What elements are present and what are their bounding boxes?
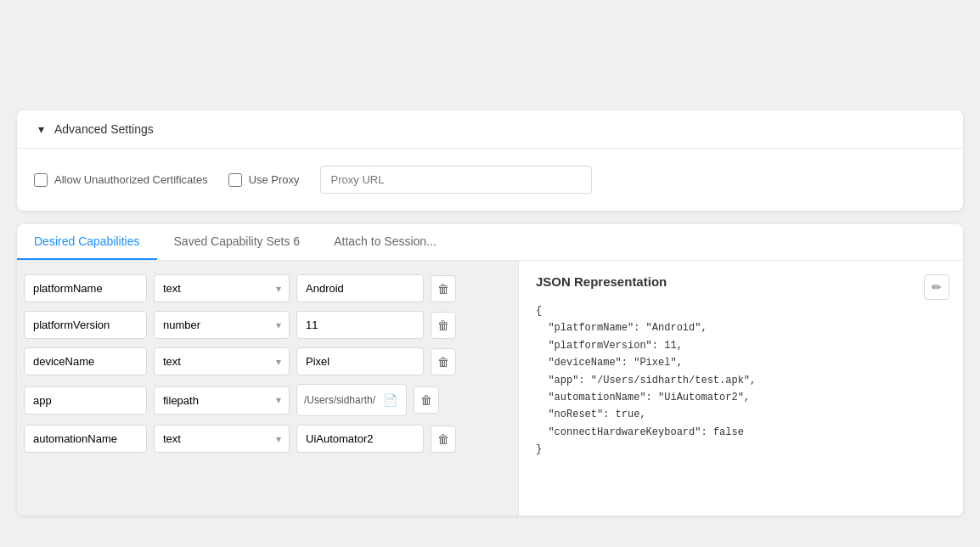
content-wrapper: Desired Capabilities Saved Capability Se…: [17, 224, 963, 516]
cap-type-wrapper: text number boolean filepath object: [154, 311, 290, 339]
tab-attach-to-session[interactable]: Attach to Session...: [317, 224, 453, 260]
cap-value-input[interactable]: [296, 347, 424, 375]
cap-value-input[interactable]: [296, 425, 424, 453]
tab-saved-capability-sets[interactable]: Saved Capability Sets 6: [157, 224, 318, 260]
use-proxy-checkbox[interactable]: [228, 173, 242, 187]
cap-name-input[interactable]: [24, 311, 147, 339]
use-proxy-label: Use Proxy: [249, 173, 300, 186]
cap-type-wrapper: text number boolean filepath object: [154, 425, 290, 453]
json-title: JSON Representation: [536, 274, 946, 289]
delete-row-button[interactable]: 🗑: [414, 386, 439, 414]
tabs-container: Desired Capabilities Saved Capability Se…: [17, 224, 963, 261]
capabilities-panel: text number boolean filepath object 🗑: [17, 261, 518, 516]
cap-value-input[interactable]: [296, 274, 424, 302]
delete-row-button[interactable]: 🗑: [431, 426, 456, 453]
json-content: { "platformName": "Android", "platformVe…: [536, 302, 946, 459]
delete-row-button[interactable]: 🗑: [431, 312, 456, 339]
cap-type-select[interactable]: text number boolean filepath object: [154, 311, 290, 339]
cap-type-select[interactable]: text number boolean filepath object: [154, 425, 290, 453]
table-row: text number boolean filepath object 🗑: [17, 311, 518, 339]
table-row: text number boolean filepath object 🗑: [17, 425, 518, 453]
allow-unauth-checkbox-label[interactable]: Allow Unauthorized Certificates: [34, 173, 208, 187]
chevron-down-icon: ▾: [34, 122, 48, 136]
cap-name-input[interactable]: [24, 274, 147, 302]
advanced-settings-title: Advanced Settings: [54, 122, 154, 136]
cap-filepath-input: /Users/sidharth/ 📄: [296, 384, 407, 416]
cap-name-input[interactable]: [24, 386, 147, 414]
tab-desired-capabilities[interactable]: Desired Capabilities: [17, 224, 157, 260]
use-proxy-checkbox-label[interactable]: Use Proxy: [228, 173, 300, 187]
cap-type-select[interactable]: text number boolean filepath object: [154, 274, 290, 302]
advanced-settings-header[interactable]: ▾ Advanced Settings: [17, 110, 963, 149]
proxy-url-input[interactable]: [320, 166, 592, 194]
json-panel: JSON Representation ✏ { "platformName": …: [518, 261, 963, 516]
delete-row-button[interactable]: 🗑: [431, 275, 456, 302]
cap-type-select[interactable]: text number boolean filepath object: [154, 386, 290, 414]
browse-file-button[interactable]: 📄: [381, 392, 399, 409]
cap-name-input[interactable]: [24, 347, 147, 375]
cap-type-wrapper: text number boolean filepath object: [154, 347, 290, 375]
main-content: text number boolean filepath object 🗑: [17, 261, 963, 516]
table-row: text number boolean filepath object /Use…: [17, 384, 518, 416]
allow-unauth-label: Allow Unauthorized Certificates: [54, 173, 208, 186]
cap-name-input[interactable]: [24, 425, 147, 453]
table-row: text number boolean filepath object 🗑: [17, 274, 518, 302]
edit-json-button[interactable]: ✏: [924, 274, 949, 300]
filepath-value: /Users/sidharth/: [304, 394, 378, 406]
advanced-settings-card: ▾ Advanced Settings Allow Unauthorized C…: [17, 110, 963, 211]
table-row: text number boolean filepath object 🗑: [17, 347, 518, 375]
cap-type-select[interactable]: text number boolean filepath object: [154, 347, 290, 375]
cap-value-input[interactable]: [296, 311, 424, 339]
cap-type-wrapper: text number boolean filepath object: [154, 386, 290, 414]
delete-row-button[interactable]: 🗑: [431, 348, 456, 375]
advanced-settings-body: Allow Unauthorized Certificates Use Prox…: [17, 149, 963, 211]
allow-unauth-checkbox[interactable]: [34, 173, 48, 187]
cap-type-wrapper: text number boolean filepath object: [154, 274, 290, 302]
